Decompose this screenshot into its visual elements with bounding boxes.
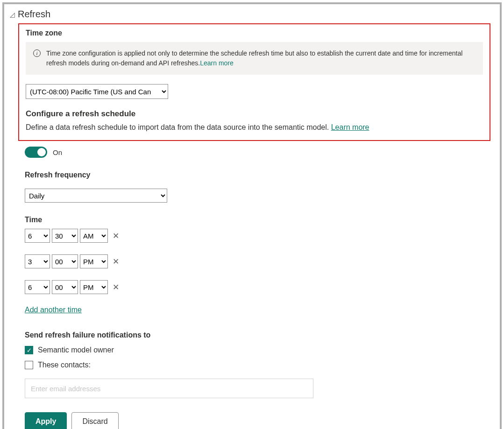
time-minute-select[interactable]: 00 [52,280,78,294]
time-ampm-select[interactable]: PM [80,254,108,268]
time-row: 3 00 PM ✕ [25,254,485,268]
timezone-learn-more-link[interactable]: Learn more [200,59,234,67]
timezone-info-text: Time zone configuration is applied not o… [46,49,462,67]
time-row: 6 30 AM ✕ [25,229,485,243]
remove-time-icon[interactable]: ✕ [112,231,120,241]
timezone-info-banner: i Time zone configuration is applied not… [26,42,483,75]
owner-checkbox-label: Semantic model owner [38,346,114,354]
time-label: Time [25,216,485,224]
time-hour-select[interactable]: 6 [25,229,50,243]
info-icon: i [33,49,41,57]
frequency-label: Refresh frequency [25,171,485,179]
add-time-link[interactable]: Add another time [25,306,82,314]
time-ampm-select[interactable]: AM [80,229,108,243]
toggle-state-label: On [53,148,62,156]
remove-time-icon[interactable]: ✕ [112,282,120,292]
owner-checkbox-row: ✓ Semantic model owner [25,346,485,354]
email-input[interactable] [25,379,313,398]
notifications-label: Send refresh failure notifications to [25,331,485,339]
time-hour-select[interactable]: 3 [25,254,50,268]
schedule-heading: Configure a refresh schedule [26,109,483,119]
time-minute-select[interactable]: 00 [52,254,78,268]
contacts-checkbox-label: These contacts: [38,361,91,369]
timezone-select[interactable]: (UTC-08:00) Pacific Time (US and Can [26,84,168,99]
frequency-select[interactable]: Daily [25,189,167,203]
info-text-container: Time zone configuration is applied not o… [46,49,476,68]
schedule-toggle[interactable] [25,147,47,158]
highlight-box: Time zone i Time zone configuration is a… [18,23,490,141]
schedule-description-row: Define a data refresh schedule to import… [26,123,483,132]
schedule-description: Define a data refresh schedule to import… [26,123,331,131]
contacts-checkbox-row: These contacts: [25,361,485,369]
schedule-learn-more-link[interactable]: Learn more [331,123,369,131]
time-minute-select[interactable]: 30 [52,229,78,243]
timezone-label: Time zone [26,29,483,37]
toggle-row: On [25,147,485,158]
collapse-icon: ◿ [10,11,15,18]
time-row: 6 00 PM ✕ [25,280,485,294]
time-hour-select[interactable]: 6 [25,280,50,294]
owner-checkbox[interactable]: ✓ [25,346,33,354]
time-ampm-select[interactable]: PM [80,280,108,294]
remove-time-icon[interactable]: ✕ [112,257,120,267]
button-row: Apply Discard [25,412,485,429]
contacts-checkbox[interactable] [25,361,33,369]
apply-button[interactable]: Apply [25,412,67,429]
refresh-section-header[interactable]: ◿ Refresh [10,9,494,20]
discard-button[interactable]: Discard [71,412,118,429]
header-title: Refresh [18,9,50,20]
